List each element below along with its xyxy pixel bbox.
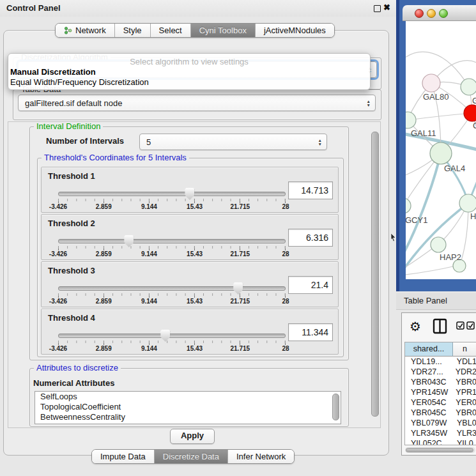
slider-track[interactable] xyxy=(58,334,286,338)
node-h[interactable] xyxy=(459,194,476,212)
table-browser-window: ⚙ shared... n YDL19...YDL1 YDR27...YDR2 … xyxy=(401,312,476,456)
slider-scale: -3.4262.8599.14415.4321.71528 xyxy=(58,203,286,211)
node-label: H xyxy=(470,211,476,221)
slider-scale: -3.4262.8599.14415.4321.71528 xyxy=(58,250,286,258)
node-label: GAL80 xyxy=(423,92,449,102)
table-row[interactable]: YLR345WYLR3 xyxy=(405,428,476,438)
table-data-combobox[interactable]: galFiltered.sif default node ▲ ▼ xyxy=(18,95,376,111)
table-row[interactable]: YBR043CYBR0 xyxy=(405,377,476,387)
gear-icon[interactable]: ⚙ xyxy=(410,319,421,334)
list-item[interactable]: BetweennessCentrality xyxy=(35,412,341,422)
node-hap2[interactable] xyxy=(431,237,446,252)
combo-arrow-down-icon: ▼ xyxy=(318,142,322,146)
tab-label: Impute Data xyxy=(100,452,146,461)
tab-discretize-data[interactable]: Discretize Data xyxy=(154,450,227,463)
tab-label: jActiveMNodules xyxy=(264,26,326,35)
tab-impute-data[interactable]: Impute Data xyxy=(92,450,154,463)
table-row[interactable]: YPR145WYPR1 xyxy=(405,387,476,397)
num-intervals-value: 5 xyxy=(146,137,151,147)
table-row[interactable]: YDL19...YDL1 xyxy=(405,357,476,367)
network-icon xyxy=(64,26,72,35)
table-data-value: galFiltered.sif default node xyxy=(25,98,122,108)
control-panel-tabbar: Network Style Select Cyni Toolbox jActiv… xyxy=(55,23,335,38)
threshold-label: Threshold 2 xyxy=(48,219,95,228)
tab-label: Network xyxy=(75,26,106,35)
control-panel-title: Control Panel xyxy=(6,3,61,13)
tab-label: Select xyxy=(159,26,182,35)
numerical-attributes-list[interactable]: SelfLoops TopologicalCoefficient Between… xyxy=(35,391,341,424)
tab-infer-network[interactable]: Infer Network xyxy=(227,450,294,463)
node-gal80[interactable] xyxy=(422,74,440,92)
list-item[interactable]: TopologicalCoefficient xyxy=(35,402,341,412)
list-item[interactable]: SelfLoops xyxy=(35,392,341,402)
minimize-traffic-light[interactable] xyxy=(427,9,436,18)
combo-arrow-down-icon: ▼ xyxy=(367,104,371,107)
table-row[interactable]: YER054CYER0 xyxy=(405,397,476,408)
control-panel-titlebar: Control Panel ✖ xyxy=(0,0,396,17)
threshold-4-value[interactable]: 11.344 xyxy=(288,323,333,341)
threshold-1-value[interactable]: 14.713 xyxy=(288,181,333,199)
slider-track[interactable] xyxy=(58,286,286,291)
node-label: GA xyxy=(472,96,476,105)
slider-track[interactable] xyxy=(58,192,286,196)
tab-label: Infer Network xyxy=(236,452,286,461)
horizontal-scrollbar-thumb[interactable] xyxy=(406,448,473,452)
tab-select[interactable]: Select xyxy=(150,24,190,37)
list-scrollbar[interactable] xyxy=(332,394,339,420)
group-title: Threshold's Coordinates for 5 Intervals xyxy=(42,153,189,162)
node-label: GCY1 xyxy=(406,215,427,225)
threshold-label: Threshold 4 xyxy=(48,313,95,323)
threshold-1-slider[interactable]: -3.4262.8599.14415.4321.71528 xyxy=(58,188,286,211)
control-panel: Control Panel ✖ Network Style Select Cyn… xyxy=(0,0,396,476)
threshold-2-slider[interactable]: -3.4262.8599.14415.4321.71528 xyxy=(58,235,286,258)
threshold-3-value[interactable]: 21.4 xyxy=(288,276,333,294)
apply-button[interactable]: Apply xyxy=(170,429,215,444)
table-row[interactable]: YBR045CYBR0 xyxy=(405,408,476,418)
table-row[interactable]: YIL052CYIL0 xyxy=(405,438,476,445)
algorithm-dropdown-popup: Select algorithm to view settings Manual… xyxy=(8,53,371,90)
cyni-bottom-tabbar: Impute Data Discretize Data Infer Networ… xyxy=(91,449,295,464)
slider-track[interactable] xyxy=(58,239,286,243)
threshold-3-panel: Threshold 3 -3.4262.8599.14415.4321.7152… xyxy=(41,261,339,307)
checkbox-icon[interactable] xyxy=(466,321,475,330)
close-icon[interactable]: ✖ xyxy=(383,3,390,12)
group-title: Attributes to discretize xyxy=(34,364,121,372)
tab-label: Discretize Data xyxy=(163,452,219,461)
horizontal-scrollbar[interactable] xyxy=(405,447,475,453)
slider-scale: -3.4262.8599.14415.4321.71528 xyxy=(58,345,286,353)
zoom-traffic-light[interactable] xyxy=(439,9,448,18)
checkbox-icon[interactable] xyxy=(456,321,465,330)
tab-label: Cyni Toolbox xyxy=(199,26,247,35)
float-window-icon[interactable] xyxy=(374,5,381,12)
tab-style[interactable]: Style xyxy=(114,24,150,37)
split-columns-icon[interactable] xyxy=(433,318,448,335)
column-header-name[interactable]: n xyxy=(453,342,476,357)
popup-item-equal-width[interactable]: Equal Width/Frequency Discretization xyxy=(10,77,149,87)
node-gal7[interactable] xyxy=(461,79,476,95)
threshold-2-value[interactable]: 6.316 xyxy=(288,229,333,247)
num-intervals-combobox[interactable]: 5 ▲ ▼ xyxy=(139,134,327,150)
threshold-label: Threshold 3 xyxy=(48,266,95,275)
threshold-4-slider[interactable]: -3.4262.8599.14415.4321.71528 xyxy=(58,330,286,353)
threshold-4-panel: Threshold 4 -3.4262.8599.14415.4321.7152… xyxy=(41,309,339,355)
close-traffic-light[interactable] xyxy=(415,9,424,18)
table-row[interactable]: YDR27...YDR2 xyxy=(405,367,476,377)
network-window-titlebar[interactable] xyxy=(403,5,476,21)
node-gal11[interactable] xyxy=(406,112,416,128)
node-label: HAP2 xyxy=(440,252,461,262)
slider-scale: -3.4262.8599.14415.4321.71528 xyxy=(58,298,286,305)
node-gcy1[interactable] xyxy=(406,198,411,213)
node-gal4[interactable] xyxy=(430,142,452,164)
network-canvas[interactable]: GAL80 GA C GAL11 GAL4 GCY1 H HAP2 xyxy=(406,21,476,279)
vertical-scrollbar[interactable] xyxy=(371,132,379,417)
popup-item-manual-discretization[interactable]: Manual Discretization xyxy=(10,67,96,77)
table-panel-title: Table Panel xyxy=(404,296,447,305)
threshold-3-slider[interactable]: -3.4262.8599.14415.4321.71528 xyxy=(58,282,286,305)
tab-jactivemnodules[interactable]: jActiveMNodules xyxy=(255,24,334,37)
node-table: shared... n YDL19...YDL1 YDR27...YDR2 YB… xyxy=(404,342,476,445)
tab-network[interactable]: Network xyxy=(56,24,114,37)
column-header-shared-name[interactable]: shared... xyxy=(405,342,453,357)
table-row[interactable]: YBL079WYBL0 xyxy=(405,418,476,428)
threshold-2-panel: Threshold 2 -3.4262.8599.14415.4321.7152… xyxy=(41,214,339,260)
tab-cyni-toolbox[interactable]: Cyni Toolbox xyxy=(190,24,255,37)
